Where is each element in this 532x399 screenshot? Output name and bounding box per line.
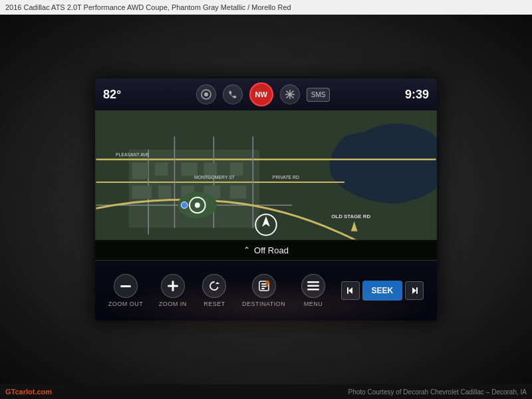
svg-point-33 — [195, 203, 200, 208]
car-title: 2016 Cadillac ATS 2.0T Performance AWD C… — [5, 3, 170, 11]
time-display: 9:39 — [405, 88, 429, 102]
destination-button[interactable]: DESTINATION — [242, 274, 285, 307]
svg-rect-25 — [230, 163, 243, 176]
svg-marker-52 — [412, 287, 416, 294]
svg-point-36 — [181, 202, 188, 209]
sms-button[interactable]: SMS — [307, 88, 331, 102]
destination-label: DESTINATION — [242, 301, 285, 307]
svg-marker-41 — [215, 282, 219, 284]
title-bar: 2016 Cadillac ATS 2.0T Performance AWD C… — [0, 0, 532, 15]
compass-icon[interactable]: NW — [249, 82, 273, 106]
menu-button[interactable]: MENU — [301, 274, 325, 307]
svg-rect-53 — [416, 287, 418, 294]
zoom-in-icon — [161, 274, 185, 298]
svg-rect-38 — [120, 285, 131, 287]
interior-color: Morello Red — [251, 3, 291, 11]
photo-credit-bar: GTcarlot.com Photo Courtesy of Decorah C… — [0, 384, 532, 399]
svg-rect-26 — [230, 186, 247, 199]
zoom-out-label: ZOOM OUT — [108, 301, 144, 307]
seek-group: SEEK — [341, 281, 424, 301]
zoom-out-button[interactable]: ZOOM OUT — [108, 274, 144, 307]
zoom-in-label: ZOOM IN — [159, 301, 187, 307]
seek-button[interactable]: SEEK — [362, 281, 403, 301]
map-area: PLEASANT AVE MONTGOMERY ST PRIVATE RD OL… — [95, 110, 437, 261]
svg-rect-48 — [307, 285, 319, 287]
svg-marker-50 — [348, 287, 352, 294]
svg-point-46 — [265, 281, 269, 285]
svg-point-1 — [204, 92, 208, 96]
color-separator: / — [247, 3, 249, 11]
destination-icon — [252, 274, 276, 298]
reset-icon — [202, 274, 226, 298]
svg-rect-47 — [307, 281, 319, 283]
svg-rect-19 — [132, 186, 152, 199]
off-road-banner: ⌃ Off Road — [95, 239, 437, 261]
exterior-color: Phantom Gray Metallic — [172, 3, 245, 11]
menu-label: MENU — [304, 301, 323, 307]
reset-label: RESET — [203, 301, 225, 307]
audio-icon[interactable] — [196, 84, 216, 104]
svg-text:OLD STAGE RD: OLD STAGE RD — [331, 213, 370, 219]
svg-text:PLEASANT AVE: PLEASANT AVE — [116, 152, 150, 157]
off-road-label: Off Road — [254, 245, 289, 255]
reset-button[interactable]: RESET — [202, 274, 226, 307]
svg-rect-40 — [172, 281, 174, 291]
zoom-out-icon — [114, 274, 138, 298]
gtcarlot-logo: GTcarlot.com — [5, 388, 52, 396]
skip-back-button[interactable] — [341, 281, 360, 300]
skip-forward-button[interactable] — [405, 281, 424, 300]
phone-icon[interactable] — [223, 84, 243, 104]
svg-rect-44 — [261, 286, 267, 287]
svg-rect-21 — [181, 163, 198, 176]
temperature-display: 82° — [103, 88, 121, 102]
svg-rect-18 — [155, 163, 168, 176]
status-icons-group: NW SMS — [196, 82, 331, 106]
bottom-controls: ZOOM OUT ZOOM IN — [95, 261, 437, 321]
snowflake-icon[interactable] — [280, 84, 300, 104]
svg-rect-20 — [158, 186, 172, 199]
svg-rect-45 — [261, 288, 265, 289]
svg-point-6 — [289, 93, 291, 96]
menu-icon — [301, 274, 325, 298]
svg-rect-51 — [347, 287, 348, 294]
infotainment-screen: 82° — [93, 76, 439, 323]
seek-label: SEEK — [372, 286, 394, 295]
status-bar: 82° — [95, 78, 437, 110]
svg-text:MONTGOMERY ST: MONTGOMERY ST — [194, 175, 235, 180]
zoom-in-button[interactable]: ZOOM IN — [159, 274, 187, 307]
svg-rect-17 — [132, 163, 149, 180]
svg-text:PRIVATE RD: PRIVATE RD — [273, 175, 299, 180]
svg-rect-49 — [307, 289, 319, 291]
photo-credit-text: Photo Courtesy of Decorah Chevrolet Cadi… — [348, 388, 527, 396]
